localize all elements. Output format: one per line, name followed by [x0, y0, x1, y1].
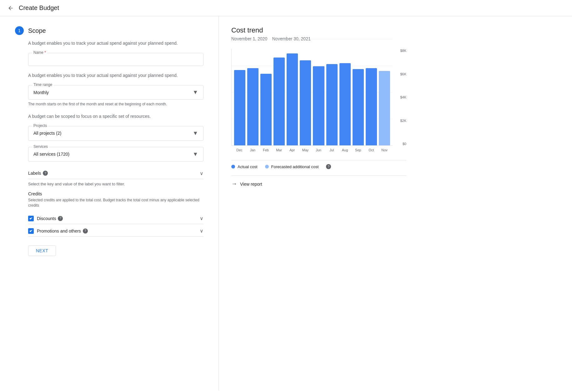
labels-chevron-icon: ∨: [200, 170, 203, 176]
labels-section: Labels ? ∨ Select the key and value of t…: [28, 168, 203, 189]
discounts-checkbox[interactable]: [28, 216, 34, 221]
credits-section: Credits Selected credits are applied to …: [28, 191, 203, 208]
page-title: Create Budget: [19, 4, 59, 12]
time-range-dropdown[interactable]: Time range Monthly ▼: [28, 85, 203, 100]
bar-sep: [353, 69, 364, 145]
chevron-down-icon: ▼: [193, 89, 198, 96]
projects-label: Projects: [32, 123, 48, 128]
bar-col-jan: [247, 49, 258, 145]
time-range-label: Time range: [32, 83, 53, 87]
chart-legend: Actual cost Forecasted additional cost ?: [231, 160, 406, 173]
services-label: Services: [32, 144, 49, 149]
bar-apr: [287, 53, 298, 145]
legend-forecast: Forecasted additional cost: [265, 164, 319, 169]
time-range-value: Monthly: [33, 90, 49, 95]
bar-nov: [379, 71, 390, 145]
labels-collapsible[interactable]: Labels ? ∨: [28, 168, 203, 179]
cost-trend-title: Cost trend: [231, 26, 559, 34]
projects-dropdown[interactable]: Projects All projects (2) ▼: [28, 126, 203, 141]
app-header: Create Budget: [0, 0, 572, 16]
chart-x-labels: DecJanFebMarAprMayJunJulAugSepOctNov: [231, 146, 393, 155]
bar-col-oct: [366, 49, 377, 145]
y-label-4k: $4K: [400, 95, 406, 99]
promotions-help-icon[interactable]: ?: [83, 229, 88, 234]
x-label-may: May: [300, 146, 311, 155]
gridline-100: [231, 39, 393, 39]
discounts-chevron-icon: ∨: [200, 215, 203, 221]
scope-desc3: A budget can be scoped to focus on a spe…: [28, 113, 203, 120]
x-label-mar: Mar: [273, 146, 285, 155]
bar-jul: [326, 64, 338, 145]
labels-help-icon[interactable]: ?: [43, 171, 48, 176]
bar-aug: [339, 63, 351, 145]
scope-desc2: A budget enables you to track your actua…: [28, 72, 203, 79]
bar-col-apr: [287, 49, 298, 145]
services-value: All services (1720): [33, 152, 69, 157]
view-report-row[interactable]: → View report: [231, 175, 406, 192]
discounts-label: Discounts ?: [37, 216, 63, 221]
bar-jan: [247, 68, 258, 145]
projects-value: All projects (2): [33, 131, 61, 136]
left-panel: 1 Scope A budget enables you to track yo…: [0, 16, 219, 390]
cost-trend-date: November 1, 2020 – November 30, 2021: [231, 36, 559, 41]
arrow-right-icon: →: [231, 181, 237, 187]
bar-mar: [273, 58, 285, 145]
bar-col-jun: [313, 49, 324, 145]
legend-actual-label: Actual cost: [238, 164, 258, 169]
right-panel: Cost trend November 1, 2020 – November 3…: [219, 16, 572, 390]
x-label-sep: Sep: [353, 146, 364, 155]
scope-desc1: A budget enables you to track your actua…: [28, 40, 203, 47]
bar-feb: [260, 74, 272, 145]
promotions-chevron-icon: ∨: [200, 228, 203, 234]
legend-forecast-dot: [265, 165, 269, 168]
projects-field: Projects All projects (2) ▼: [28, 126, 203, 141]
labels-desc: Select the key and value of the label yo…: [28, 179, 203, 189]
y-label-8k: $8K: [400, 49, 406, 53]
bar-dec: [234, 70, 245, 145]
y-label-6k: $6K: [400, 72, 406, 76]
name-field: Name *: [28, 53, 203, 66]
x-label-jun: Jun: [313, 146, 324, 155]
section-header: 1 Scope: [15, 26, 203, 35]
x-label-jul: Jul: [326, 146, 337, 155]
name-input[interactable]: [33, 57, 198, 62]
x-label-apr: Apr: [287, 146, 298, 155]
bar-col-mar: [273, 49, 285, 145]
bar-col-dec: [234, 49, 245, 145]
discounts-help-icon[interactable]: ?: [58, 216, 63, 221]
bar-col-aug: [339, 49, 351, 145]
labels-title: Labels ?: [28, 171, 48, 176]
legend-forecast-label: Forecasted additional cost: [271, 164, 319, 169]
promotions-row[interactable]: Promotions and others ? ∨: [28, 225, 203, 237]
back-button[interactable]: [8, 5, 14, 11]
bar-col-feb: [260, 49, 272, 145]
x-label-aug: Aug: [339, 146, 350, 155]
section-title: Scope: [28, 27, 46, 34]
chevron-down-icon: ▼: [193, 151, 198, 158]
legend-actual: Actual cost: [231, 164, 258, 169]
view-report-label: View report: [240, 182, 262, 187]
x-label-jan: Jan: [247, 146, 258, 155]
bar-col-may: [300, 49, 311, 145]
name-input-wrapper[interactable]: Name *: [28, 53, 203, 66]
chevron-down-icon: ▼: [193, 130, 198, 137]
chart-y-labels: $8K $6K $4K $2K $0: [394, 49, 406, 146]
y-label-0: $0: [403, 142, 406, 146]
bar-col-sep: [353, 49, 364, 145]
next-button[interactable]: NEXT: [28, 245, 56, 256]
bar-may: [300, 60, 311, 145]
discounts-row[interactable]: Discounts ? ∨: [28, 213, 203, 224]
services-dropdown[interactable]: Services All services (1720) ▼: [28, 147, 203, 162]
bar-col-nov: [379, 49, 390, 145]
x-label-nov: Nov: [379, 146, 390, 155]
legend-help-icon[interactable]: ?: [326, 164, 331, 169]
promotions-checkbox[interactable]: [28, 228, 34, 234]
chart-container: $8K $6K $4K $2K $0 DecJanFebMarAprMayJun…: [231, 49, 406, 192]
x-label-oct: Oct: [366, 146, 377, 155]
legend-actual-dot: [231, 165, 235, 168]
bar-oct: [366, 68, 377, 145]
bar-jun: [313, 66, 324, 145]
bar-col-jul: [326, 49, 338, 145]
x-label-dec: Dec: [234, 146, 245, 155]
y-label-2k: $2K: [400, 119, 406, 123]
